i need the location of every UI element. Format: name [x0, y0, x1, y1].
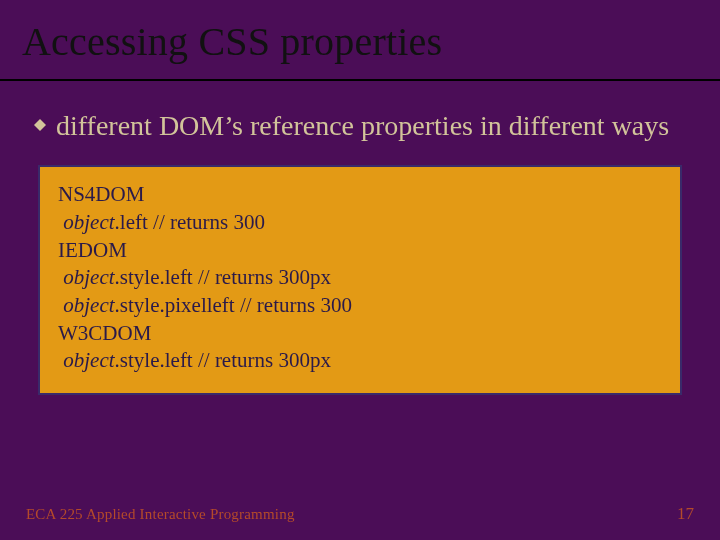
slide: Accessing CSS properties different DOM’s… [0, 0, 720, 540]
code-ital: object [63, 210, 114, 234]
code-text: .style.left // returns 300px [115, 265, 331, 289]
svg-marker-0 [34, 119, 46, 131]
code-text: .style.left // returns 300px [115, 348, 331, 372]
code-line: W3CDOM [58, 320, 662, 348]
code-line: object.left // returns 300 [58, 209, 662, 237]
code-ital: object [63, 265, 114, 289]
code-text: NS4DOM [58, 182, 144, 206]
code-ital: object [63, 293, 114, 317]
code-text: IEDOM [58, 238, 127, 262]
bullet-item: different DOM’s reference properties in … [0, 81, 720, 143]
diamond-bullet-icon [34, 119, 46, 131]
code-line: NS4DOM [58, 181, 662, 209]
footer-page-number: 17 [677, 504, 694, 524]
code-line: object.style.left // returns 300px [58, 347, 662, 375]
bullet-text: different DOM’s reference properties in … [56, 110, 669, 141]
code-text: W3CDOM [58, 321, 151, 345]
code-line: object.style.pixelleft // returns 300 [58, 292, 662, 320]
footer-course: ECA 225 Applied Interactive Programming [26, 506, 295, 523]
code-line: object.style.left // returns 300px [58, 264, 662, 292]
code-ital: object [63, 348, 114, 372]
code-line: IEDOM [58, 237, 662, 265]
page-title: Accessing CSS properties [0, 0, 720, 65]
code-text: .left // returns 300 [115, 210, 265, 234]
footer: ECA 225 Applied Interactive Programming … [0, 504, 720, 524]
code-text: .style.pixelleft // returns 300 [115, 293, 352, 317]
code-box: NS4DOM object.left // returns 300 IEDOM … [38, 165, 682, 395]
